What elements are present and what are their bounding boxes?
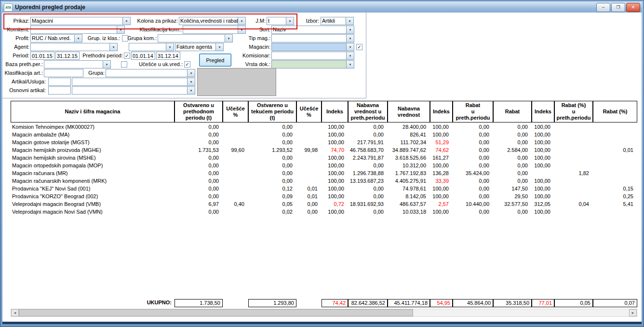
column-header[interactable]: Nabavna vrednost (388, 101, 430, 123)
jm-label: J.M: (252, 17, 266, 25)
ucesce-checkbox[interactable]: ✓ (184, 61, 190, 68)
table-cell: 486.637,57 (388, 200, 430, 208)
column-header[interactable]: Rabat (%) u preth.periodu (554, 101, 593, 123)
chevron-down-icon[interactable]: ▾ (346, 17, 353, 25)
horizontal-scrollbar[interactable]: ◄ ► (11, 309, 637, 317)
table-cell: 100,00 (322, 192, 348, 200)
column-header[interactable]: Rabat (493, 101, 532, 123)
komitent-select[interactable]: ▾ (30, 26, 125, 34)
table-row[interactable]: Magacin računara (MR)0,000,00100,001.296… (11, 169, 637, 177)
chevron-down-icon[interactable]: ▾ (346, 52, 354, 59)
maximize-button[interactable]: ❐ (611, 3, 625, 12)
chevron-down-icon[interactable]: ▾ (103, 61, 110, 68)
table-cell: 0,00 (296, 208, 322, 216)
artikal-usluga-select[interactable]: ▾ (72, 78, 195, 86)
chevron-down-icon[interactable]: ▾ (187, 69, 195, 77)
chevron-down-icon[interactable]: ▾ (187, 87, 195, 94)
tip-mag-select[interactable]: ▾ (271, 34, 354, 42)
table-cell: 0,00 (174, 192, 223, 200)
chevron-down-icon[interactable]: ▾ (346, 26, 354, 33)
osnovni-artikal-code-input[interactable] (48, 86, 71, 95)
table-cell: 2,57 (430, 200, 453, 208)
klasifikacija-kom-select[interactable]: ▾ (183, 26, 246, 34)
scrollbar-thumb[interactable] (19, 309, 413, 316)
chevron-down-icon[interactable]: ▾ (117, 26, 124, 33)
chevron-down-icon[interactable]: ▾ (238, 26, 245, 33)
chevron-down-icon[interactable]: ▾ (238, 17, 245, 25)
magacin-select[interactable]: ▾ (271, 43, 354, 51)
chevron-down-icon[interactable]: ▾ (166, 43, 174, 51)
vrsta-dok-select[interactable]: ▾ (271, 60, 354, 68)
prethodni-period-from-input[interactable] (131, 52, 155, 60)
artikal-usluga-code-input[interactable] (48, 78, 71, 86)
column-header[interactable]: Naziv i šifra magacina (11, 101, 174, 123)
chevron-down-icon[interactable]: ▾ (187, 78, 195, 85)
column-header[interactable]: Indeks (532, 101, 554, 123)
column-header[interactable]: Rabat (%) (593, 101, 637, 123)
jm-select[interactable]: t▾ (267, 17, 294, 25)
magacin-name: Magacin hemijskih proizvoda (MGHE) (11, 146, 174, 154)
sort-select[interactable]: Naziv▾ (271, 26, 354, 34)
komisionar-select[interactable]: ▾ (271, 52, 354, 60)
column-header[interactable]: Ostvareno u tekućem periodu (t) (248, 101, 296, 123)
table-row[interactable]: Magacin gotove stolarije (MGST)0,000,001… (11, 138, 637, 146)
ucesce-pre-checkbox[interactable] (121, 61, 127, 68)
chevron-down-icon[interactable]: ▾ (346, 61, 354, 68)
prikaz-select[interactable]: Magacini▾ (30, 17, 131, 25)
chevron-down-icon[interactable]: ▾ (346, 35, 354, 42)
scrollbar-track[interactable] (19, 309, 629, 316)
magacin-checkbox[interactable]: ✓ (356, 44, 362, 50)
column-header[interactable]: Indeks (430, 101, 453, 123)
column-header[interactable]: Indeks (322, 101, 348, 123)
table-row[interactable]: Magacin ambalaže (MA)0,000,00100,000,008… (11, 131, 637, 138)
pregled-button[interactable]: Pregled (199, 54, 231, 67)
scroll-left-button[interactable]: ◄ (11, 309, 19, 316)
period-from-input[interactable] (30, 52, 54, 60)
prethodni-period-checkbox[interactable]: ✓ (124, 53, 130, 59)
grupa-kom-select[interactable]: ▾ (158, 34, 233, 42)
table-row[interactable]: Magacin hemijskih sirovina (MSHE)0,000,0… (11, 154, 637, 162)
table-cell (554, 208, 593, 216)
table-row[interactable]: Prodavnica "KEJ" Novi Sad (001)0,000,120… (11, 185, 637, 192)
table-row[interactable]: Magacin ortopedskih pomagala (MOP)0,000,… (11, 162, 637, 169)
table-row[interactable]: Veleprodajni magacin Beograd (VMB)6,970,… (11, 200, 637, 208)
table-row[interactable]: Magacin računarskih komponenti (MRK)0,00… (11, 177, 637, 185)
grupa-select[interactable]: ▾ (106, 69, 195, 77)
izbor-select[interactable]: Artikli▾ (321, 17, 354, 25)
baza-preth-per-select[interactable]: ▾ (44, 60, 111, 68)
chevron-down-icon[interactable]: ▾ (346, 43, 354, 51)
profit-select[interactable]: RUC / Nab.vred.▾ (30, 34, 82, 42)
prethodni-period-to-input[interactable] (156, 52, 180, 60)
agent-secondary-select[interactable]: ▾ (129, 43, 174, 51)
table-row[interactable]: Magacin hemijskih proizvoda (MGHE)1.731,… (11, 146, 637, 154)
agent-select[interactable]: ▾ (30, 43, 118, 51)
table-cell: 0,00 (493, 177, 532, 185)
close-button[interactable]: ✕ (626, 3, 640, 12)
chevron-down-icon[interactable]: ▾ (109, 43, 117, 51)
column-header[interactable]: Učešće % (296, 101, 322, 123)
chevron-down-icon[interactable]: ▾ (122, 17, 130, 25)
table-cell: 0,00 (493, 208, 532, 216)
titlebar[interactable]: ATA Uporedni pregled prodaje – ❐ ✕ (2, 2, 642, 13)
table-row[interactable]: Veleprodajni magacin Novi Sad (VMN)0,000… (11, 208, 637, 216)
klasifikacija-art-input[interactable] (44, 69, 83, 77)
chevron-down-icon[interactable]: ▾ (286, 17, 294, 25)
chevron-down-icon[interactable]: ▾ (74, 35, 82, 42)
column-header[interactable]: Ostvareno u prethodnom periodu (t) (174, 101, 223, 123)
table-row[interactable]: Komision Tehnoimpex (MK000027)0,000,0010… (11, 123, 637, 131)
column-header[interactable]: Rabat u preth.periodu (453, 101, 493, 123)
fakture-agenta-select[interactable]: Fakture agenta▾ (175, 43, 224, 51)
table-row[interactable]: Prodavnica "KORZO" Beograd (002)0,000,09… (11, 192, 637, 200)
column-header[interactable]: Učešće % (223, 101, 248, 123)
minimize-button[interactable]: – (596, 3, 610, 12)
osnovni-artikal-select[interactable]: ▾ (72, 86, 195, 95)
table-cell: 136,28 (430, 169, 453, 177)
chevron-down-icon[interactable]: ▾ (225, 35, 232, 42)
klasifikacija-kom-label: Klasifikacija kom.: (134, 26, 182, 34)
period-to-input[interactable] (55, 52, 80, 60)
chevron-down-icon[interactable]: ▾ (215, 43, 223, 51)
kolona-za-prikaz-select[interactable]: Količina,vrednosti i rabati▾ (179, 17, 246, 25)
column-header[interactable]: Nabavna vrednost u preth.periodu (348, 101, 388, 123)
magacin-name: Komision Tehnoimpex (MK000027) (11, 123, 174, 131)
scroll-right-button[interactable]: ► (629, 309, 637, 316)
